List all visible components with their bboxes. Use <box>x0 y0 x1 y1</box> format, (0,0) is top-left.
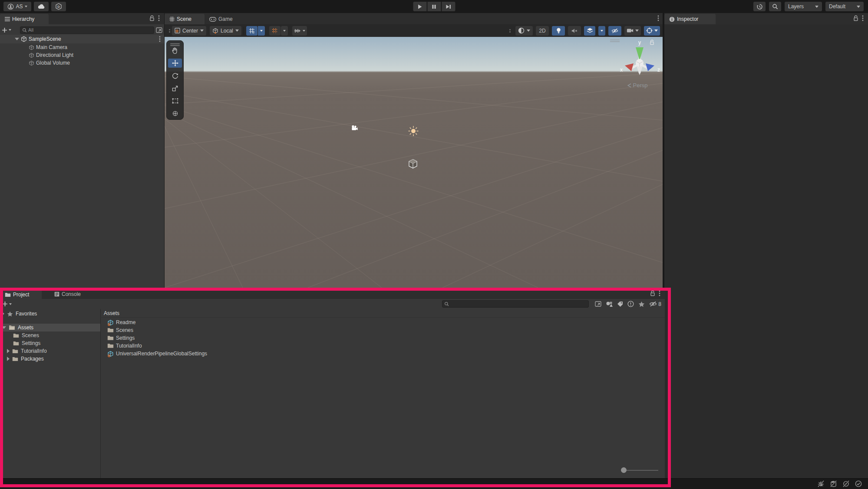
tree-item-scenes[interactable]: Scenes <box>0 331 100 339</box>
tab-console[interactable]: Console <box>50 289 86 299</box>
layout-dropdown[interactable]: Default <box>825 2 864 11</box>
view-tool-button[interactable] <box>168 46 182 55</box>
cloud-button[interactable] <box>34 2 49 11</box>
tree-item-assets[interactable]: Assets <box>0 324 100 331</box>
hidden-packages-toggle[interactable]: 8 <box>649 301 661 307</box>
asset-item-scenes[interactable]: Scenes <box>101 326 665 334</box>
2d-toggle-button[interactable]: 2D <box>536 26 549 36</box>
handle-rotation-dropdown[interactable]: Local <box>210 26 241 36</box>
volume-gizmo-icon[interactable] <box>408 159 418 169</box>
grid-visibility-caret[interactable] <box>258 26 265 36</box>
hierarchy-search[interactable] <box>20 26 154 34</box>
hierarchy-toolbar <box>0 24 164 36</box>
project-search-input[interactable] <box>450 302 587 307</box>
overlay-drag-handle[interactable] <box>170 43 180 44</box>
rotate-tool-button[interactable] <box>168 71 182 80</box>
tree-item-packages[interactable]: Packages <box>0 355 100 363</box>
grid-snapping-caret[interactable] <box>281 26 288 36</box>
kebab-menu-icon[interactable] <box>159 36 161 42</box>
projection-toggle[interactable]: Persp <box>609 82 663 89</box>
account-button[interactable]: AS <box>3 2 31 11</box>
hidden-objects-toggle[interactable] <box>608 26 621 36</box>
pause-button[interactable] <box>427 2 441 11</box>
effects-toggle-button[interactable] <box>584 26 595 36</box>
create-asset-button[interactable] <box>2 301 19 307</box>
tree-item-favorites[interactable]: Favorites <box>0 310 100 318</box>
kebab-menu-icon[interactable] <box>158 15 160 21</box>
shading-mode-dropdown[interactable] <box>515 26 533 36</box>
scale-tool-button[interactable] <box>168 84 182 93</box>
transform-tool-button[interactable] <box>168 109 182 118</box>
scene-viewport[interactable]: y x z Persp <box>165 37 663 288</box>
code-optimization-icon[interactable] <box>842 480 850 487</box>
rect-tool-button[interactable] <box>168 96 182 105</box>
foldout-open-icon[interactable] <box>15 38 19 40</box>
toolbar-handle[interactable] <box>509 29 511 33</box>
favorites-star-icon[interactable] <box>638 301 645 307</box>
tab-project[interactable]: Project <box>0 289 42 299</box>
tree-item-tutorialinfo[interactable]: TutorialInfo <box>0 347 100 355</box>
tab-hierarchy[interactable]: Hierarchy <box>0 14 49 24</box>
undo-history-button[interactable] <box>753 2 766 11</box>
snap-increment-button[interactable] <box>292 26 307 36</box>
camera-settings-dropdown[interactable] <box>624 26 641 36</box>
hidden-count: 8 <box>658 301 661 307</box>
lock-open-icon[interactable] <box>650 290 655 296</box>
toolbar-handle[interactable] <box>169 29 170 33</box>
foldout-closed-icon[interactable] <box>2 312 4 316</box>
kebab-menu-icon[interactable] <box>862 15 864 21</box>
project-search[interactable] <box>442 300 589 308</box>
hierarchy-item-directional-light[interactable]: Directional Light <box>0 51 164 59</box>
lighting-toggle-button[interactable] <box>552 26 565 36</box>
foldout-closed-icon[interactable] <box>7 357 10 361</box>
tab-game[interactable]: Game <box>205 14 238 24</box>
play-button[interactable] <box>413 2 426 11</box>
layers-dropdown[interactable]: Layers <box>785 2 822 11</box>
kebab-menu-icon[interactable] <box>659 290 660 296</box>
hierarchy-scene-row[interactable]: SampleScene <box>0 35 164 43</box>
debugger-detached-icon[interactable] <box>817 480 825 487</box>
scene-panel: Scene Game Center Local <box>165 13 663 288</box>
picker-icon[interactable] <box>595 301 601 307</box>
hub-button[interactable]: D <box>51 2 66 11</box>
tab-inspector[interactable]: Inspector <box>664 14 716 24</box>
move-tool-button[interactable] <box>168 59 182 68</box>
lock-open-icon[interactable] <box>149 15 155 21</box>
grid-snapping-button[interactable] <box>269 26 281 36</box>
audio-toggle-button[interactable] <box>568 26 581 36</box>
picker-icon[interactable] <box>156 27 162 33</box>
light-gizmo-icon[interactable] <box>408 125 419 137</box>
foldout-open-icon[interactable] <box>2 326 6 329</box>
asset-item-settings[interactable]: Settings <box>101 334 665 342</box>
pivot-mode-dropdown[interactable]: Center <box>172 26 206 36</box>
asset-label: TutorialInfo <box>116 343 142 349</box>
create-button[interactable] <box>2 27 18 33</box>
global-search-button[interactable] <box>769 2 781 11</box>
tree-item-settings[interactable]: Settings <box>0 339 100 347</box>
gizmos-dropdown[interactable] <box>644 26 660 36</box>
hierarchy-search-input[interactable] <box>28 27 152 33</box>
grid-visibility-button[interactable]: Y <box>246 26 257 36</box>
hierarchy-item-main-camera[interactable]: Main Camera <box>0 43 164 51</box>
asset-item-tutorialinfo[interactable]: TutorialInfo <box>101 342 665 350</box>
slider-track[interactable] <box>625 470 658 471</box>
step-button[interactable] <box>442 2 455 11</box>
warning-info-icon[interactable] <box>627 301 634 307</box>
search-by-label-icon[interactable] <box>617 301 623 307</box>
camera-gizmo-icon[interactable] <box>351 125 358 131</box>
tab-scene[interactable]: Scene <box>165 14 205 24</box>
asset-item-readme[interactable]: Readme <box>101 318 665 326</box>
foldout-closed-icon[interactable] <box>7 349 10 353</box>
lock-open-icon[interactable] <box>853 15 858 21</box>
gizmo-lock-icon[interactable] <box>650 39 654 45</box>
effects-caret[interactable] <box>598 26 605 36</box>
cache-server-icon[interactable] <box>830 480 837 487</box>
thumbnail-zoom-slider[interactable] <box>621 467 658 473</box>
asset-item-urp-global-settings[interactable]: UniversalRenderPipelineGlobalSettings <box>101 350 665 358</box>
progress-check-icon[interactable] <box>855 480 862 487</box>
kebab-menu-icon[interactable] <box>657 15 659 21</box>
slider-thumb[interactable] <box>621 467 627 473</box>
search-by-type-icon[interactable] <box>606 301 613 307</box>
assets-breadcrumb[interactable]: Assets <box>101 309 665 318</box>
hierarchy-item-global-volume[interactable]: Global Volume <box>0 59 164 67</box>
